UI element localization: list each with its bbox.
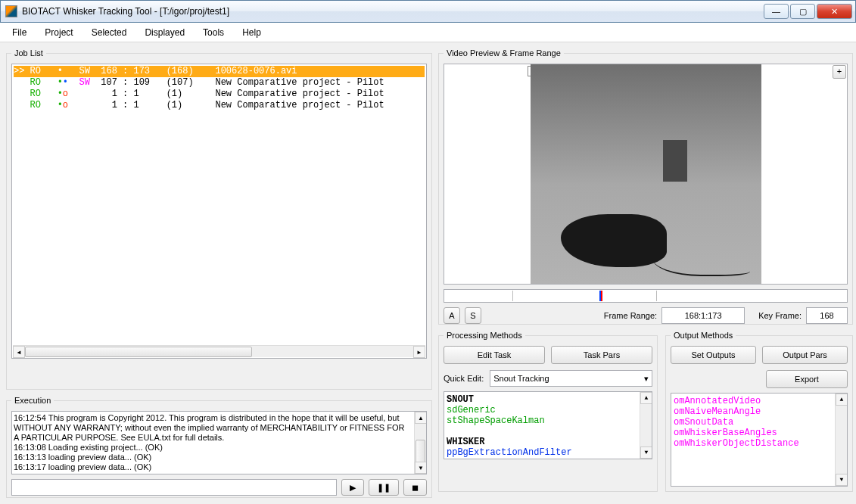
s-button[interactable]: S (465, 307, 481, 324)
list-item[interactable]: omWhiskerBaseAngles (674, 428, 845, 438)
job-row[interactable]: RO •o 1 : 1 (1) New Comparative project … (14, 89, 425, 100)
list-item[interactable]: omSnoutData (674, 417, 845, 428)
joblist-panel: Job List >> RO • SW 168 : 173 (168) 1006… (6, 48, 432, 390)
menu-selected[interactable]: Selected (82, 24, 136, 41)
menu-displayed[interactable]: Displayed (135, 24, 194, 41)
list-item[interactable]: stShapeSpaceKalman (447, 415, 649, 426)
output-legend: Output Methods (671, 331, 736, 340)
job-row[interactable]: RO •o 1 : 1 (1) New Comparative project … (14, 100, 425, 111)
preview-panel: Video Preview & Frame Range 168 + A S (438, 48, 853, 325)
output-panel: Output Methods Set Outputs Output Pars E… (665, 331, 853, 492)
quick-edit-value: Snout Tracking (493, 374, 549, 383)
job-row[interactable]: RO •• SW 107 : 109 (107) New Comparative… (14, 77, 425, 89)
mouse-silhouette (561, 214, 667, 267)
key-frame-input[interactable] (806, 307, 848, 324)
play-button[interactable]: ▶ (341, 479, 364, 496)
edit-task-button[interactable]: Edit Task (444, 346, 545, 364)
execution-legend: Execution (11, 396, 54, 405)
output-pars-button[interactable]: Output Pars (762, 346, 848, 364)
log-line: 16:13:17 loading preview data... (OK) (14, 462, 425, 472)
processing-panel: Processing Methods Edit Task Task Pars Q… (438, 331, 658, 492)
frame-range-input[interactable] (661, 307, 745, 324)
scroll-up-icon[interactable]: ▲ (415, 412, 427, 424)
list-item[interactable]: omNaiveMeanAngle (674, 406, 845, 417)
frame-range-label: Frame Range: (604, 311, 657, 320)
titlebar: BIOTACT Whisker Tracking Tool - [T:/igor… (0, 0, 856, 23)
log-line: 16:13:13 loading preview data... (OK) (14, 453, 425, 462)
output-vscroll[interactable]: ▲ ▼ (835, 394, 847, 486)
maximize-button[interactable]: ▢ (790, 4, 815, 19)
minimize-button[interactable]: — (764, 4, 789, 19)
close-button[interactable]: ✕ (817, 4, 852, 19)
menu-project[interactable]: Project (36, 24, 82, 41)
job-row[interactable]: >> RO • SW 168 : 173 (168) 100628-0076.a… (14, 66, 425, 77)
output-list[interactable]: omAnnotatedVideoomNaiveMeanAngleomSnoutD… (671, 393, 848, 487)
processing-vscroll[interactable]: ▲ ▼ (640, 392, 652, 459)
list-item[interactable]: omWhiskerObjectDistance (674, 438, 845, 449)
joblist-legend: Job List (11, 48, 46, 58)
execution-input[interactable] (11, 479, 337, 496)
processing-list[interactable]: SNOUT sdGeneric stShapeSpaceKalman WHISK… (444, 391, 652, 459)
zoom-plus-button[interactable]: + (833, 65, 846, 79)
app-icon (5, 5, 17, 17)
timeline[interactable] (444, 289, 848, 303)
preview-legend: Video Preview & Frame Range (444, 48, 564, 58)
list-item[interactable]: WHISKER (447, 437, 649, 447)
scroll-down-icon[interactable]: ▼ (415, 462, 427, 474)
object-block (663, 140, 687, 182)
list-item[interactable]: sdGeneric (447, 405, 649, 415)
joblist[interactable]: >> RO • SW 168 : 173 (168) 100628-0076.a… (11, 64, 427, 359)
pause-button[interactable]: ❚❚ (369, 479, 399, 496)
menu-file[interactable]: File (3, 24, 36, 41)
key-frame-label: Key Frame: (758, 311, 802, 320)
timeline-marker-current[interactable] (601, 291, 602, 301)
task-pars-button[interactable]: Task Pars (551, 346, 652, 364)
scroll-up-icon[interactable]: ▲ (640, 392, 652, 404)
quick-edit-select[interactable]: Snout Tracking ▾ (490, 370, 652, 387)
set-outputs-button[interactable]: Set Outputs (671, 346, 756, 364)
execution-vscroll[interactable]: ▲ ▼ (414, 412, 426, 474)
list-item[interactable]: omAnnotatedVideo (674, 396, 845, 406)
scroll-up-icon[interactable]: ▲ (836, 394, 848, 406)
menu-help[interactable]: Help (233, 24, 270, 41)
video-frame (531, 64, 761, 284)
stop-button[interactable]: ◼ (403, 479, 427, 496)
list-item[interactable]: SNOUT (447, 394, 649, 405)
scroll-down-icon[interactable]: ▼ (836, 474, 848, 486)
scroll-thumb[interactable] (25, 347, 252, 357)
a-button[interactable]: A (444, 307, 460, 324)
list-item[interactable] (447, 426, 649, 437)
video-area[interactable]: 168 + (444, 64, 848, 285)
scroll-down-icon[interactable]: ▼ (640, 446, 652, 459)
window-controls: — ▢ ✕ (764, 4, 855, 19)
scroll-right-icon[interactable]: ▶ (413, 346, 425, 358)
list-item[interactable]: ppBgExtractionAndFilter (447, 447, 649, 458)
chevron-down-icon: ▾ (644, 374, 649, 384)
quick-edit-label: Quick Edit: (444, 374, 484, 383)
menu-tools[interactable]: Tools (194, 24, 233, 41)
log-line: 16:12:54 This program is Copyright 2012.… (14, 413, 425, 443)
list-item[interactable]: wdIgor (447, 458, 649, 459)
mouse-tail (652, 257, 750, 276)
window-title: BIOTACT Whisker Tracking Tool - [T:/igor… (22, 6, 764, 17)
export-button[interactable]: Export (766, 370, 848, 388)
processing-legend: Processing Methods (444, 331, 525, 340)
joblist-hscroll[interactable]: ◀ ▶ (13, 345, 425, 357)
log-line: 16:13:08 Loading existing project... (OK… (14, 443, 425, 453)
execution-log[interactable]: 16:12:54 This program is Copyright 2012.… (11, 411, 427, 474)
scroll-left-icon[interactable]: ◀ (13, 346, 25, 358)
execution-panel: Execution 16:12:54 This program is Copyr… (6, 396, 432, 498)
menubar: File Project Selected Displayed Tools He… (0, 23, 856, 42)
